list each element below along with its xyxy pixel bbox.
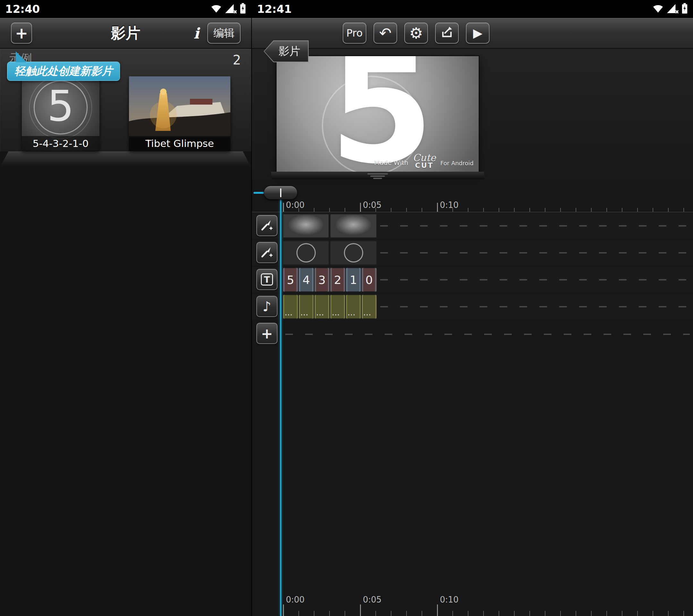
ruler-label: 0:05 bbox=[363, 200, 381, 210]
ruler-minor-ticks bbox=[283, 611, 693, 616]
watermark-made-with: Made With bbox=[374, 159, 408, 166]
music-clip[interactable]: ... bbox=[283, 295, 298, 319]
text-clip[interactable]: 5 bbox=[283, 268, 298, 292]
music-clip[interactable]: ... bbox=[346, 295, 361, 319]
ruler-label: 0:05 bbox=[363, 595, 381, 604]
music-clip[interactable]: ... bbox=[299, 295, 314, 319]
clock: 12:40 bbox=[5, 3, 40, 15]
ruler-tick bbox=[360, 203, 361, 212]
music-clip[interactable]: ... bbox=[314, 295, 330, 319]
track-lane-video-1[interactable] bbox=[252, 213, 693, 239]
wifi-icon bbox=[211, 3, 222, 15]
text-clip[interactable]: 1 bbox=[346, 268, 361, 292]
scrubber-handle[interactable] bbox=[264, 186, 297, 200]
info-icon[interactable]: i bbox=[189, 23, 203, 44]
paintbrush-icon bbox=[260, 218, 274, 233]
project-countdown[interactable]: 5 5-4-3-2-1-0 bbox=[22, 76, 99, 151]
brand-script: Cute bbox=[413, 153, 436, 163]
tooltip-tail bbox=[16, 51, 27, 62]
ruler-label: 0:00 bbox=[286, 200, 304, 210]
track-lane-video-2[interactable] bbox=[252, 240, 693, 266]
new-movie-button[interactable]: + bbox=[11, 22, 32, 44]
project-count: 2 bbox=[233, 53, 241, 67]
battery-charging-icon bbox=[240, 3, 246, 15]
timeline-ruler[interactable]: 0:00 0:05 0:10 bbox=[252, 200, 693, 212]
text-track-button[interactable]: T bbox=[256, 269, 278, 290]
draw-track-button-2[interactable] bbox=[256, 242, 278, 263]
project-name: 5-4-3-2-1-0 bbox=[22, 136, 99, 151]
music-note-icon: ♪ bbox=[263, 299, 272, 314]
ruler-tick bbox=[437, 604, 438, 616]
media-clip[interactable] bbox=[330, 214, 377, 238]
watermark-brand: Cute CUT bbox=[413, 153, 436, 169]
text-clip[interactable]: 2 bbox=[330, 268, 345, 292]
edit-button[interactable]: 编辑 bbox=[207, 22, 241, 44]
battery-charging-icon bbox=[681, 3, 688, 15]
music-clip[interactable]: ... bbox=[330, 295, 345, 319]
ruler-tick bbox=[283, 203, 284, 212]
draw-track-button[interactable] bbox=[256, 215, 278, 236]
text-clip-group: 5 4 3 2 1 0 bbox=[283, 268, 377, 292]
movie-list-screen: 12:40 影片 + i 编辑 2 示例 轻触此处创建新影片 5 5-4-3-2… bbox=[0, 0, 251, 616]
media-clip[interactable] bbox=[283, 241, 329, 265]
clock: 12:41 bbox=[257, 3, 292, 15]
add-track-button[interactable]: + bbox=[256, 323, 278, 344]
project-name: Tibet Glimpse bbox=[129, 136, 230, 151]
watermark-for-android: For Android bbox=[440, 160, 474, 166]
status-bar-right: 12:41 bbox=[252, 0, 693, 18]
playhead[interactable] bbox=[280, 188, 281, 616]
text-clip[interactable]: 4 bbox=[299, 268, 314, 292]
music-clip[interactable]: ... bbox=[361, 295, 377, 319]
play-button[interactable]: ▶ bbox=[466, 22, 490, 44]
ruler-tick bbox=[283, 604, 284, 616]
music-clip-group: ... ... ... ... ... ... bbox=[283, 295, 377, 319]
brand-caps: CUT bbox=[415, 162, 433, 169]
export-icon bbox=[440, 26, 454, 40]
toolbar-left: 影片 + i 编辑 bbox=[0, 18, 251, 49]
media-clip[interactable] bbox=[330, 241, 377, 265]
text-clip[interactable]: 3 bbox=[314, 268, 330, 292]
shelf-edge bbox=[0, 152, 251, 167]
music-track-button[interactable]: ♪ bbox=[256, 296, 278, 317]
text-icon: T bbox=[261, 273, 273, 285]
undo-icon: ↶ bbox=[379, 24, 392, 42]
settings-button[interactable]: ⚙ bbox=[404, 22, 428, 44]
paintbrush-icon bbox=[260, 245, 274, 260]
toolbar-right: 影片 Pro ↶ ⚙ ▶ bbox=[252, 18, 693, 49]
gear-icon: ⚙ bbox=[409, 24, 423, 42]
ruler-tick bbox=[360, 604, 361, 616]
ruler-label: 0:00 bbox=[286, 595, 304, 604]
countdown-digit: 5 bbox=[47, 81, 74, 131]
drawer-grabber-icon[interactable] bbox=[368, 173, 388, 179]
status-bar-left: 12:40 bbox=[0, 0, 251, 18]
plus-icon: + bbox=[261, 325, 273, 342]
media-clip[interactable] bbox=[283, 214, 329, 238]
empty-track-dashes bbox=[380, 279, 690, 280]
watermark: Made With Cute CUT For Android bbox=[374, 153, 474, 169]
create-movie-tooltip[interactable]: 轻触此处创建新影片 bbox=[7, 62, 120, 81]
pro-button[interactable]: Pro bbox=[343, 22, 367, 44]
wifi-icon bbox=[653, 3, 664, 15]
composite-screenshot: 12:40 影片 + i 编辑 2 示例 轻触此处创建新影片 5 5-4-3-2… bbox=[0, 0, 693, 616]
signal-icon bbox=[224, 3, 237, 15]
play-icon: ▶ bbox=[473, 26, 482, 40]
ruler-tick bbox=[437, 203, 438, 212]
empty-track-dashes bbox=[380, 252, 690, 254]
tooltip-text: 轻触此处创建新影片 bbox=[15, 64, 113, 79]
empty-track-dashes bbox=[380, 306, 690, 307]
export-button[interactable] bbox=[435, 22, 459, 44]
ruler-label: 0:10 bbox=[440, 595, 458, 604]
project-tibet[interactable]: Tibet Glimpse bbox=[129, 76, 230, 151]
empty-track-dashes bbox=[380, 225, 690, 226]
back-button-label: 影片 bbox=[264, 41, 308, 62]
empty-track-dashes bbox=[285, 334, 690, 335]
bottom-timeline-ruler: 0:00 0:05 0:10 bbox=[252, 594, 693, 616]
editor-screen: 12:41 影片 Pro ↶ ⚙ ▶ 5 Made bbox=[251, 0, 693, 616]
ruler-minor-ticks bbox=[283, 208, 693, 212]
ruler-label: 0:10 bbox=[440, 200, 458, 210]
text-clip[interactable]: 0 bbox=[361, 268, 377, 292]
preview-area: 5 Made With Cute CUT For Android bbox=[252, 49, 693, 180]
preview-canvas[interactable]: 5 Made With Cute CUT For Android bbox=[277, 56, 479, 172]
undo-button[interactable]: ↶ bbox=[373, 22, 397, 44]
signal-icon bbox=[666, 3, 679, 15]
